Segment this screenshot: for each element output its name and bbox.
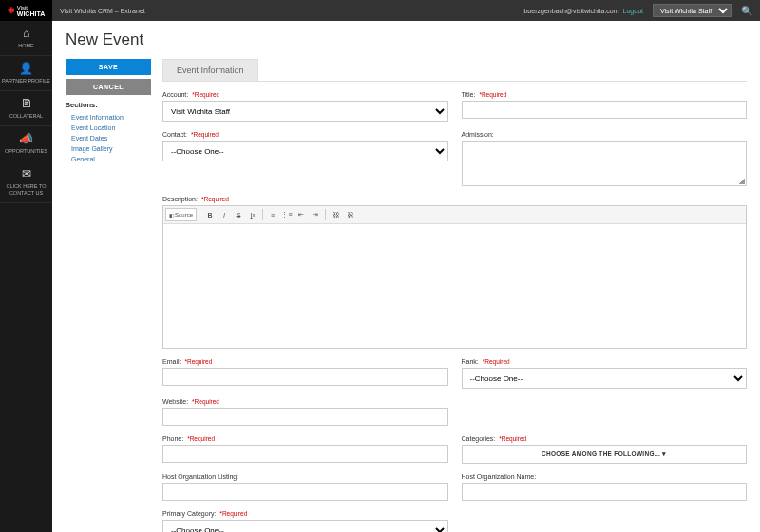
required-marker: *Required xyxy=(483,358,510,365)
title-input[interactable] xyxy=(462,101,748,119)
envelope-icon: ✉ xyxy=(22,167,31,180)
description-textarea[interactable] xyxy=(163,224,746,348)
user-email: jbuerzgenbach@visitwichita.com xyxy=(522,8,619,14)
required-marker: *Required xyxy=(219,510,247,517)
required-marker: *Required xyxy=(191,131,218,138)
role-select[interactable]: Visit Wichita Staff xyxy=(653,4,732,17)
sections-heading: Sections: xyxy=(66,101,151,109)
page-title: New Event xyxy=(66,30,747,49)
label-phone: Phone: xyxy=(162,435,183,442)
email-input[interactable] xyxy=(162,368,448,386)
brand-icon: ✱ xyxy=(8,6,15,15)
nav-home[interactable]: ⌂ HOME xyxy=(0,21,52,56)
section-link-event-information[interactable]: Event Information xyxy=(66,112,151,123)
categories-choose-button[interactable]: CHOOSE AMONG THE FOLLOWING... ▾ xyxy=(462,445,748,464)
website-input[interactable] xyxy=(162,408,448,426)
bullet-list-icon[interactable]: ⋮≡ xyxy=(280,208,294,221)
section-link-event-location[interactable]: Event Location xyxy=(66,123,151,133)
nav-collateral[interactable]: 🖹 COLLATERAL xyxy=(0,91,52,126)
nav-contact-us[interactable]: ✉ CLICK HERE TO CONTACT US xyxy=(0,162,52,203)
description-editor: ◧ Source B I S Ix ≡ ⋮≡ xyxy=(162,205,747,349)
brand-logo: ✱ VisitWICHITA xyxy=(0,0,52,21)
required-marker: *Required xyxy=(201,196,229,202)
required-marker: *Required xyxy=(499,435,526,442)
indent-icon[interactable]: ⇥ xyxy=(309,208,322,221)
required-marker: *Required xyxy=(479,91,506,98)
save-button[interactable]: SAVE xyxy=(66,59,151,75)
required-marker: *Required xyxy=(187,435,215,442)
label-admission: Admission: xyxy=(462,131,494,138)
italic-icon[interactable]: I xyxy=(218,208,231,221)
nav-label: HOME xyxy=(18,43,34,49)
label-host-name: Host Organization Name: xyxy=(462,473,537,480)
required-marker: *Required xyxy=(184,358,212,365)
unlink-icon[interactable]: ⛓̸ xyxy=(343,208,356,221)
numbered-list-icon[interactable]: ≡ xyxy=(266,208,279,221)
clear-format-icon[interactable]: Ix xyxy=(246,208,259,221)
editor-toolbar: ◧ Source B I S Ix ≡ ⋮≡ xyxy=(163,206,746,224)
section-link-general[interactable]: General xyxy=(66,154,151,164)
tab-event-information[interactable]: Event Information xyxy=(162,59,258,81)
editor-source-button[interactable]: ◧ Source xyxy=(165,208,197,221)
label-host-listing: Host Organization Listing: xyxy=(162,473,238,480)
nav-label: CLICK HERE TO CONTACT US xyxy=(2,183,50,196)
app-title: Visit Wichita CRM – Extranet xyxy=(60,8,145,14)
nav-opportunities[interactable]: 📣 OPPORTUNITIES xyxy=(0,126,52,162)
strike-icon[interactable]: S xyxy=(232,208,245,221)
phone-input[interactable] xyxy=(162,445,448,463)
host-listing-input[interactable] xyxy=(162,483,448,501)
link-icon[interactable]: ⛓ xyxy=(329,208,342,221)
label-email: Email: xyxy=(162,358,180,365)
left-sidebar: ✱ VisitWICHITA ⌂ HOME 👤 PARTNER PROFILE … xyxy=(0,0,52,532)
cancel-button[interactable]: CANCEL xyxy=(66,79,151,95)
user-icon: 👤 xyxy=(19,62,33,75)
search-icon[interactable]: 🔍 xyxy=(741,6,752,16)
primary-category-select[interactable]: --Choose One-- xyxy=(162,520,448,532)
rank-select[interactable]: --Choose One-- xyxy=(462,368,748,389)
label-primary-category: Primary Category: xyxy=(162,510,216,517)
required-marker: *Required xyxy=(192,91,219,98)
admission-textarea[interactable] xyxy=(462,141,748,186)
brand-text: VisitWICHITA xyxy=(17,4,45,17)
home-icon: ⌂ xyxy=(23,27,29,40)
label-categories: Categories: xyxy=(462,435,496,442)
logout-link[interactable]: Logout xyxy=(623,8,643,14)
label-description: Description: xyxy=(162,196,198,202)
label-website: Website: xyxy=(162,398,188,405)
section-link-image-gallery[interactable]: Image Gallery xyxy=(66,143,151,154)
bullhorn-icon: 📣 xyxy=(19,132,33,145)
host-name-input[interactable] xyxy=(462,483,748,501)
nav-label: PARTNER PROFILE xyxy=(2,78,50,85)
required-marker: *Required xyxy=(192,398,219,405)
label-account: Account: xyxy=(162,91,188,98)
section-link-event-dates[interactable]: Event Dates xyxy=(66,133,151,143)
bold-icon[interactable]: B xyxy=(203,208,217,221)
nav-label: COLLATERAL xyxy=(10,113,43,120)
top-bar: Visit Wichita CRM – Extranet jbuerzgenba… xyxy=(52,0,760,21)
nav-label: OPPORTUNITIES xyxy=(5,148,48,155)
nav-partner-profile[interactable]: 👤 PARTNER PROFILE xyxy=(0,56,52,91)
label-rank: Rank: xyxy=(462,358,479,365)
label-contact: Contact: xyxy=(162,131,187,138)
outdent-icon[interactable]: ⇤ xyxy=(294,208,308,221)
label-title: Title: xyxy=(462,91,476,98)
document-icon: 🖹 xyxy=(21,97,32,110)
account-select[interactable]: Visit Wichita Staff xyxy=(162,101,448,122)
contact-select[interactable]: --Choose One-- xyxy=(162,141,448,162)
